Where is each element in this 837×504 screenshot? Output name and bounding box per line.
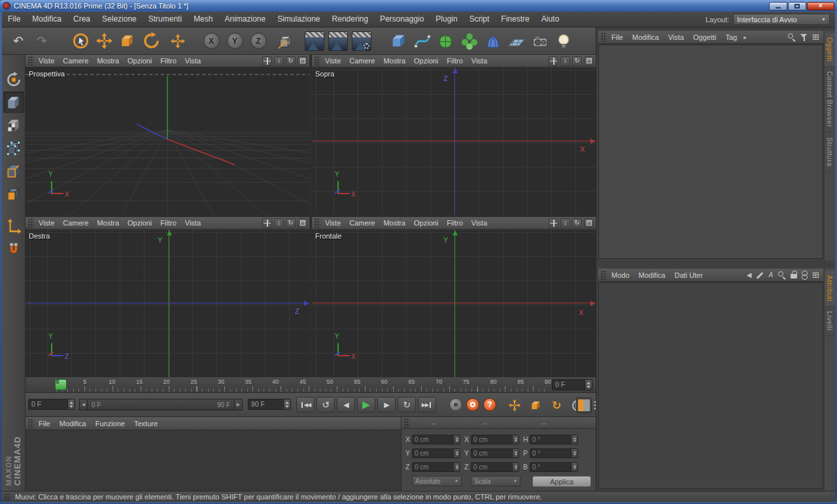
lock-z-axis-button[interactable]: Z: [247, 29, 269, 54]
menu-animazione[interactable]: Animazione: [218, 12, 271, 27]
lock-icon[interactable]: [791, 271, 797, 279]
mat-menu-texture[interactable]: Texture: [134, 420, 158, 428]
redo-button[interactable]: ↷: [31, 29, 53, 54]
vp-menu-opzioni[interactable]: Opzioni: [128, 219, 152, 227]
menu-selezione[interactable]: Selezione: [96, 12, 143, 27]
add-array-button[interactable]: [458, 29, 481, 54]
panel-menu-icon[interactable]: ⊞: [812, 271, 819, 279]
vp-menu-viste[interactable]: Viste: [39, 219, 54, 227]
history-back-icon[interactable]: ◀: [747, 272, 752, 278]
key-scale-toggle[interactable]: [528, 397, 543, 413]
lock-x-axis-button[interactable]: X: [200, 29, 222, 54]
panel-grip[interactable]: [5, 494, 10, 501]
next-key-button[interactable]: ↻: [398, 397, 416, 412]
edit-icon[interactable]: [756, 271, 764, 279]
mat-menu-modifica[interactable]: Modifica: [60, 420, 86, 428]
record-active-objects-button[interactable]: [466, 398, 479, 411]
spinner-stepper[interactable]: [571, 463, 577, 471]
frame-field[interactable]: 0 F: [28, 399, 75, 410]
panel-menu-icon[interactable]: ⊞: [812, 33, 819, 41]
rotate-view-icon[interactable]: ↻: [572, 56, 582, 66]
size-x-field[interactable]: 0 cm: [471, 435, 519, 445]
vp-menu-camere[interactable]: Camere: [349, 57, 375, 65]
add-light-button[interactable]: [553, 29, 575, 54]
tab-content-browser[interactable]: Content Browser: [825, 67, 835, 133]
viewport-front-canvas[interactable]: Y X Frontale Y X: [312, 229, 596, 377]
polygons-mode-button[interactable]: [3, 183, 24, 205]
mat-menu-funzione[interactable]: Funzione: [95, 420, 125, 428]
previous-key-button[interactable]: ↺: [316, 397, 335, 412]
coord-scale-select[interactable]: Scala ▼: [471, 476, 521, 486]
texture-mode-button[interactable]: [3, 114, 24, 136]
panel-grip[interactable]: [28, 56, 34, 65]
viewport-right-canvas[interactable]: Y Z Destra Y Z: [26, 229, 309, 377]
om-menu-file[interactable]: File: [611, 33, 623, 41]
zoom-view-icon[interactable]: ↕: [560, 218, 570, 228]
vp-menu-viste[interactable]: Viste: [325, 219, 341, 227]
vp-menu-viste[interactable]: Viste: [39, 57, 54, 65]
menu-simulazione[interactable]: Simulazione: [271, 12, 326, 27]
render-picture-viewer-button[interactable]: [327, 29, 349, 54]
maximize-view-icon[interactable]: [298, 56, 307, 66]
maximize-view-icon[interactable]: [584, 218, 594, 228]
menu-rendering[interactable]: Rendering: [326, 12, 374, 27]
end-frame-field[interactable]: 90 F: [248, 399, 291, 410]
rotate-view-icon[interactable]: ↻: [286, 56, 296, 66]
size-y-field[interactable]: 0 cm: [471, 448, 519, 458]
spinner-stepper[interactable]: [453, 449, 460, 458]
tab-attributi[interactable]: Attributi: [825, 271, 835, 307]
rotate-view-icon[interactable]: ↻: [572, 218, 582, 228]
maximize-view-icon[interactable]: [298, 218, 307, 228]
vp-menu-camere[interactable]: Camere: [349, 219, 375, 227]
tab-struttura[interactable]: Struttura: [825, 133, 835, 172]
search-icon[interactable]: [777, 271, 786, 279]
vp-menu-opzioni[interactable]: Opzioni: [128, 57, 152, 65]
vp-menu-vista[interactable]: Vista: [471, 57, 487, 65]
range-right-arrow-icon[interactable]: ▶: [235, 399, 242, 410]
move-tool-button[interactable]: [93, 29, 115, 54]
key-position-toggle[interactable]: [507, 397, 522, 413]
vp-menu-mostra[interactable]: Mostra: [383, 219, 405, 227]
points-mode-button[interactable]: [3, 137, 24, 159]
link-icon[interactable]: [802, 271, 808, 279]
zoom-view-icon[interactable]: ↕: [274, 56, 284, 66]
menu-finestre[interactable]: Finestre: [495, 12, 535, 27]
panel-grip[interactable]: [28, 419, 34, 428]
goto-end-button[interactable]: ▶▶: [418, 397, 436, 412]
am-menu-modifica[interactable]: Modifica: [639, 271, 666, 279]
spinner-stepper[interactable]: [512, 463, 519, 471]
lock-y-axis-button[interactable]: Y: [224, 29, 246, 54]
menu-mesh[interactable]: Mesh: [188, 12, 218, 27]
rotation-p-field[interactable]: 0 °: [530, 448, 578, 458]
panel-grip[interactable]: [601, 271, 607, 280]
om-menu-oggetti[interactable]: Oggetti: [693, 33, 716, 41]
vp-menu-camere[interactable]: Camere: [63, 57, 88, 65]
apply-button[interactable]: Applica: [532, 476, 591, 487]
next-frame-button[interactable]: ▶: [377, 397, 396, 412]
enable-axis-button[interactable]: [3, 215, 24, 237]
pan-view-icon[interactable]: [262, 218, 272, 228]
vp-menu-vista[interactable]: Vista: [471, 219, 487, 227]
panel-grip[interactable]: [601, 33, 607, 42]
spinner-stepper[interactable]: [585, 380, 592, 390]
title-bar[interactable]: CINEMA 4D R13.016 Prime (32 Bit) - [Senz…: [0, 0, 837, 12]
attribute-area[interactable]: [598, 282, 823, 489]
timeline-mode-icon[interactable]: [576, 397, 592, 413]
rotate-tool-button[interactable]: [140, 29, 162, 54]
current-frame-spinner[interactable]: 0 F: [552, 379, 592, 390]
zoom-view-icon[interactable]: ↕: [274, 218, 284, 228]
material-list-area[interactable]: [26, 430, 401, 491]
rotation-b-field[interactable]: 0 °: [530, 462, 578, 472]
am-menu-dati-utente[interactable]: Dati Uter: [675, 271, 703, 279]
range-left-arrow-icon[interactable]: ◀: [80, 399, 87, 410]
menu-file[interactable]: File: [2, 12, 26, 27]
rotate-view-icon[interactable]: ↻: [286, 218, 296, 228]
layout-select[interactable]: Interfaccia di Avvio ▼: [733, 14, 830, 25]
panel-grip[interactable]: [315, 218, 320, 227]
menu-plugin[interactable]: Plugin: [430, 12, 463, 27]
add-environment-button[interactable]: [505, 29, 528, 54]
viewport-perspective-canvas[interactable]: Prospettiva Y X: [26, 67, 309, 215]
timeline-ruler[interactable]: 05 1015 2025 3035 4045 5055 6065 7075 80…: [26, 377, 596, 393]
panel-grip[interactable]: [28, 218, 34, 227]
pan-view-icon[interactable]: [549, 56, 558, 66]
